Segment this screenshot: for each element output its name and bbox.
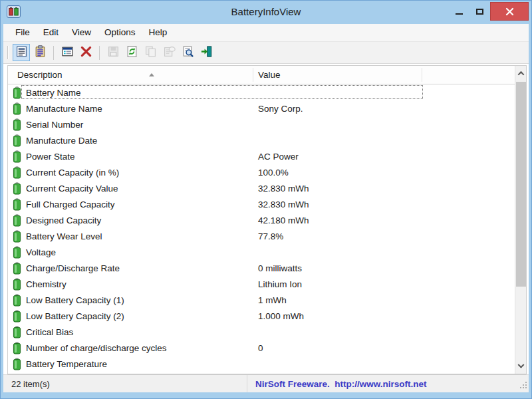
battery-icon [13, 230, 21, 243]
list-item[interactable]: Manufacture Name Sony Corp. [8, 100, 515, 116]
toolbar [3, 42, 529, 64]
window-controls [449, 2, 529, 21]
menu-bar: File Edit View Options Help [3, 24, 529, 42]
menu-item-edit[interactable]: Edit [37, 24, 65, 41]
item-value: AC Power [258, 152, 299, 162]
find-button[interactable] [179, 44, 196, 61]
battery-icon [13, 134, 21, 147]
titlebar[interactable]: BatteryInfoView [0, 0, 532, 24]
menu-item-help[interactable]: Help [142, 24, 174, 41]
minimize-button[interactable] [449, 2, 469, 21]
list-item[interactable]: Current Capacity Value 32.830 mWh [8, 180, 515, 196]
menu-item-file[interactable]: File [9, 24, 37, 41]
maximize-button[interactable] [469, 2, 490, 21]
resize-grip-icon[interactable] [519, 381, 527, 391]
battery-icon [13, 358, 21, 370]
item-value: 32.830 mWh [258, 184, 309, 194]
item-description: Voltage [26, 247, 56, 257]
item-value: Sony Corp. [258, 104, 303, 114]
toolbar-separator [53, 46, 54, 60]
battery-info-view-window: BatteryInfoView File Edit View Options H… [0, 0, 532, 399]
column-divider[interactable] [253, 68, 253, 82]
list-item[interactable]: Manufacture Date [8, 132, 515, 148]
battery-icon [13, 278, 21, 291]
menu-item-view[interactable]: View [65, 24, 98, 41]
item-value: 32.830 mWh [258, 200, 309, 209]
list-item[interactable]: Chemistry Lithium Ion [8, 276, 515, 292]
battery-icon [13, 86, 21, 99]
properties-button[interactable] [13, 44, 30, 61]
item-description: Power State [26, 152, 75, 162]
status-bar: 22 item(s) NirSoft Freeware. http://www.… [3, 374, 529, 392]
list-item[interactable]: Serial Number [8, 116, 515, 132]
battery-icon [13, 118, 21, 131]
delete-button[interactable] [77, 44, 94, 61]
chevron-down-icon [517, 361, 524, 368]
item-description: Full Charged Capacity [26, 200, 115, 209]
list-item[interactable]: Number of charge/discharge cycles 0 [8, 340, 515, 356]
nirsoft-branding-link[interactable]: NirSoft Freeware. http://www.nirsoft.net [255, 379, 427, 389]
item-description: Low Battery Capacity (2) [26, 311, 124, 321]
item-description: Critical Bias [26, 327, 73, 337]
list-item[interactable]: Current Capacity (in %) 100.0% [8, 164, 515, 180]
copy-icon [144, 45, 157, 60]
status-branding-pane: NirSoft Freeware. http://www.nirsoft.net [247, 375, 529, 392]
list-item[interactable]: Voltage [8, 244, 515, 260]
exit-button[interactable] [198, 44, 215, 61]
item-value: 77.8% [258, 231, 283, 241]
menu-item-options[interactable]: Options [98, 24, 142, 41]
scroll-down-button[interactable] [515, 359, 526, 374]
save-floppy-icon [107, 45, 120, 60]
column-header-description[interactable]: Description [17, 66, 63, 84]
vertical-scrollbar[interactable] [515, 66, 526, 374]
choose-columns-icon [61, 45, 74, 60]
list-item[interactable]: Battery Wear Level 77.8% [8, 228, 515, 244]
item-description: Serial Number [26, 120, 83, 130]
list-item[interactable]: Critical Bias [8, 324, 515, 340]
list-item[interactable]: Low Battery Capacity (2) 1.000 mWh [8, 308, 515, 324]
scroll-up-button[interactable] [515, 66, 526, 80]
list-view-wrapper: Description Value Battery Name [3, 64, 529, 374]
item-description: Manufacture Name [26, 104, 102, 114]
scrollbar-thumb[interactable] [516, 82, 526, 287]
list-item[interactable]: Battery Temperature [8, 356, 515, 372]
battery-icon [13, 246, 21, 259]
focus-rectangle [21, 85, 423, 99]
copy-button [142, 44, 159, 61]
item-description: Designed Capacity [26, 215, 101, 225]
item-description: Battery Name [26, 88, 81, 98]
choose-columns-button[interactable] [59, 44, 76, 61]
close-icon [505, 7, 514, 16]
item-description: Current Capacity Value [26, 184, 118, 194]
item-description: Current Capacity (in %) [26, 168, 119, 178]
properties-icon [15, 45, 28, 60]
report-clipboard-icon [34, 45, 47, 60]
refresh-button[interactable] [123, 44, 140, 61]
list-item[interactable]: Designed Capacity 42.180 mWh [8, 212, 515, 228]
list-header: Description Value [8, 66, 526, 84]
battery-icon [13, 342, 21, 354]
client-area: File Edit View Options Help Description … [3, 24, 529, 392]
status-item-count: 22 item(s) [3, 375, 247, 392]
item-value: Lithium Ion [258, 279, 302, 289]
list-item[interactable]: Low Battery Capacity (1) 1 mWh [8, 292, 515, 308]
battery-icon [13, 294, 21, 307]
column-header-value[interactable]: Value [258, 66, 281, 84]
column-divider[interactable] [422, 68, 422, 82]
list-item[interactable]: Power State AC Power [8, 148, 515, 164]
battery-icon [13, 182, 21, 195]
item-description: Number of charge/discharge cycles [26, 343, 167, 353]
delete-x-icon [80, 45, 92, 60]
list-item[interactable]: Full Charged Capacity 32.830 mWh [8, 196, 515, 212]
exit-door-icon [200, 45, 213, 60]
html-report-button[interactable] [31, 44, 49, 61]
battery-icon [13, 102, 21, 115]
list-item[interactable]: Battery Name [8, 84, 515, 100]
battery-icon [13, 166, 21, 179]
item-description: Manufacture Date [26, 136, 97, 146]
list-item[interactable]: Charge/Discharge Rate 0 milliwatts [8, 260, 515, 276]
close-button[interactable] [490, 2, 529, 21]
battery-icon [13, 310, 21, 323]
battery-icon [13, 198, 21, 211]
item-value: 0 [258, 343, 263, 353]
